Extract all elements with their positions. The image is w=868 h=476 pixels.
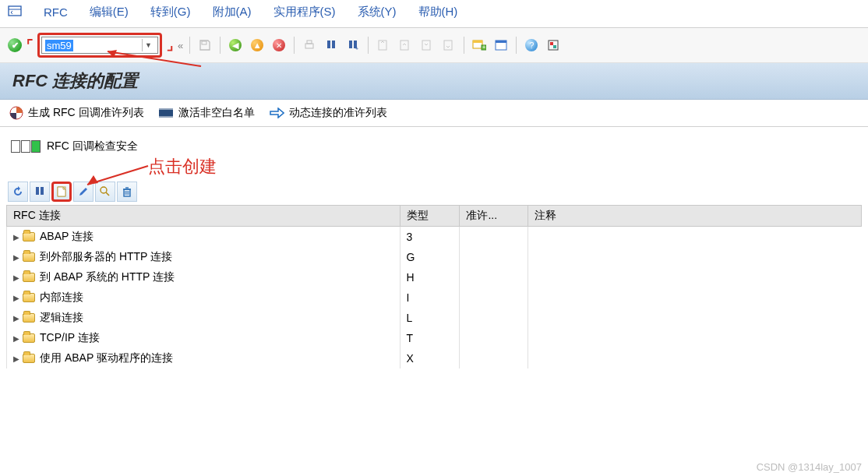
expand-icon[interactable]: ▶	[13, 314, 19, 323]
row-perm	[460, 328, 528, 348]
find-next-icon[interactable]: +	[344, 37, 362, 54]
save-icon[interactable]	[196, 37, 213, 54]
row-type: L	[400, 308, 460, 328]
tcode-input[interactable]: sm59 ▼	[41, 37, 158, 54]
menu-utilities[interactable]: 实用程序(S)	[273, 5, 336, 19]
separator	[294, 37, 295, 54]
row-note	[528, 267, 862, 287]
command-icon[interactable]	[8, 5, 22, 19]
create-button[interactable]	[51, 182, 72, 202]
status-leds-icon	[11, 140, 41, 153]
row-name: 内部连接	[40, 291, 83, 303]
tree-row[interactable]: ▶内部连接I	[7, 287, 862, 308]
generate-allowlist-label: 生成 RFC 回调准许列表	[28, 106, 144, 120]
tree-row[interactable]: ▶TCP/IP 连接T	[7, 328, 862, 348]
tree-row[interactable]: ▶逻辑连接L	[7, 308, 862, 328]
print-icon[interactable]	[301, 37, 318, 54]
svg-rect-3	[305, 44, 313, 48]
status-text: RFC 回调检查安全	[47, 139, 138, 153]
anno-corner-br: ⌟	[167, 37, 173, 54]
page-title: RFC 连接的配置	[0, 63, 868, 100]
tcode-dropdown-icon[interactable]: ▼	[142, 39, 154, 51]
find-button[interactable]	[30, 182, 50, 202]
expand-icon[interactable]: ▶	[13, 233, 19, 242]
col-type[interactable]: 类型	[400, 206, 460, 227]
cancel-icon[interactable]: ✕	[270, 37, 288, 54]
row-name: 使用 ABAP 驱动程序的连接	[40, 351, 173, 364]
svg-rect-13	[444, 41, 452, 50]
separator	[220, 37, 221, 54]
row-name: ABAP 连接	[40, 230, 94, 242]
menu-goto[interactable]: 转到(G)	[150, 5, 191, 19]
row-note	[528, 308, 862, 328]
new-session-icon[interactable]: +	[471, 37, 488, 54]
expand-icon[interactable]: ▶	[13, 354, 19, 363]
change-button[interactable]	[73, 182, 94, 202]
anno-create-label: 点击创建	[148, 155, 217, 178]
svg-rect-19	[496, 41, 506, 43]
layout-icon[interactable]	[492, 37, 510, 54]
find-icon[interactable]	[323, 37, 340, 54]
tree-row[interactable]: ▶到外部服务器的 HTTP 连接G	[7, 247, 862, 267]
refresh-button[interactable]	[8, 182, 28, 202]
svg-rect-22	[553, 45, 556, 48]
settings-icon[interactable]	[545, 37, 562, 54]
expand-icon[interactable]: ▶	[13, 294, 19, 302]
tree-row[interactable]: ▶ABAP 连接3	[7, 227, 862, 248]
generate-allowlist-button[interactable]: 生成 RFC 回调准许列表	[9, 106, 144, 120]
exit-icon[interactable]: ▲	[249, 37, 266, 54]
expand-icon[interactable]: ▶	[13, 273, 19, 282]
last-page-icon[interactable]	[440, 37, 457, 54]
film-icon	[158, 107, 174, 119]
row-name: 到 ABAP 系统的 HTTP 连接	[40, 270, 175, 283]
delete-button[interactable]	[117, 182, 137, 202]
menu-system[interactable]: 系统(Y)	[358, 5, 397, 19]
svg-rect-10	[379, 41, 386, 50]
col-rfc[interactable]: RFC 连接	[7, 206, 400, 227]
row-perm	[460, 247, 528, 267]
svg-point-34	[101, 187, 107, 193]
standard-toolbar: ✔ ⌜ sm59 ▼ ⌟ « ◀ ▲ ✕ + + ?	[0, 28, 868, 63]
svg-text:+: +	[482, 44, 485, 50]
status-row: RFC 回调检查安全	[6, 136, 862, 157]
first-page-icon[interactable]	[375, 37, 392, 54]
back-double-icon[interactable]: «	[178, 40, 183, 51]
menu-help[interactable]: 帮助(H)	[418, 5, 458, 19]
row-type: X	[400, 348, 460, 368]
next-page-icon[interactable]	[418, 37, 436, 54]
enter-icon[interactable]: ✔	[8, 38, 22, 52]
svg-line-35	[106, 192, 109, 196]
tree-row[interactable]: ▶到 ABAP 系统的 HTTP 连接H	[7, 267, 862, 287]
activate-whitelist-label: 激活非空白名单	[178, 106, 255, 120]
row-type: I	[400, 287, 460, 308]
activate-whitelist-button[interactable]: 激活非空白名单	[158, 106, 255, 120]
col-note[interactable]: 注释	[528, 206, 862, 227]
separator	[189, 37, 190, 54]
menu-extras[interactable]: 附加(A)	[213, 5, 252, 19]
row-name: 逻辑连接	[40, 311, 83, 323]
menu-rfc[interactable]: RFC	[44, 5, 68, 19]
expand-icon[interactable]: ▶	[13, 334, 19, 343]
expand-icon[interactable]: ▶	[13, 253, 19, 262]
svg-rect-28	[159, 116, 173, 118]
back-icon[interactable]: ◀	[227, 37, 244, 54]
col-perm[interactable]: 准许...	[460, 206, 528, 227]
app-toolbar: 生成 RFC 回调准许列表 激活非空白名单 动态连接的准许列表	[0, 100, 868, 127]
folder-icon	[23, 273, 35, 282]
row-type: G	[400, 247, 460, 267]
menu-edit[interactable]: 编辑(E)	[90, 5, 129, 19]
watermark: CSDN @1314lay_1007	[757, 461, 862, 473]
prev-page-icon[interactable]	[397, 37, 414, 54]
svg-rect-11	[400, 41, 408, 50]
folder-icon	[23, 293, 35, 302]
search-detail-button[interactable]	[95, 182, 115, 202]
dynamic-allowlist-button[interactable]: 动态连接的准许列表	[269, 106, 387, 120]
row-perm	[460, 227, 528, 248]
folder-icon	[23, 252, 35, 262]
svg-rect-0	[9, 6, 21, 16]
svg-rect-21	[550, 42, 553, 45]
tree-row[interactable]: ▶使用 ABAP 驱动程序的连接X	[7, 348, 862, 368]
help-icon[interactable]: ?	[523, 37, 540, 54]
rfc-tree-table: RFC 连接 类型 准许... 注释 ▶ABAP 连接3▶到外部服务器的 HTT…	[6, 205, 862, 368]
row-note	[528, 348, 862, 368]
